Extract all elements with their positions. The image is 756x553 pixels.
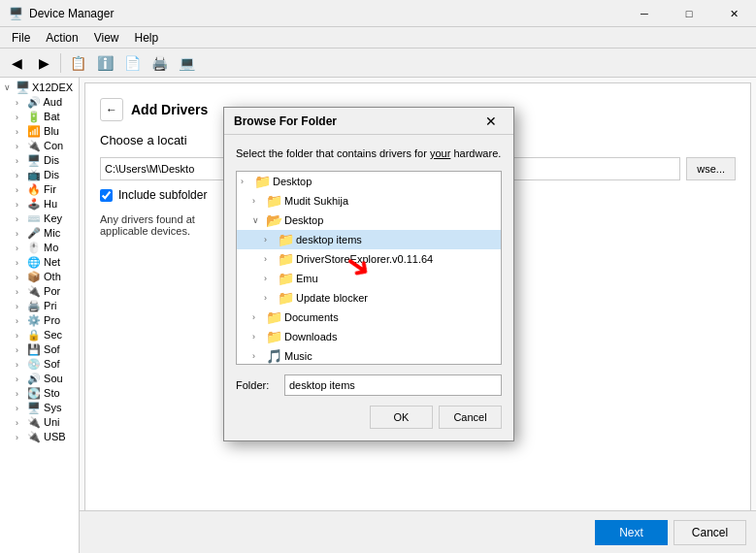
wizard-subfolder-checkbox[interactable] bbox=[100, 189, 113, 202]
tree-root[interactable]: ∨ 🖥️ X12DEX bbox=[0, 80, 79, 95]
tree-item-pri[interactable]: › 🖨️ Pri bbox=[0, 299, 79, 313]
folder-expand-icon: › bbox=[264, 254, 276, 264]
minimize-button[interactable]: ─ bbox=[622, 0, 667, 27]
tree-item-sto[interactable]: › 💽 Sto bbox=[0, 386, 79, 401]
folder-tree[interactable]: › 📁 Desktop › 📁 Mudit Sukhija ∨ 📂 Deskto… bbox=[236, 171, 502, 365]
folder-item-music[interactable]: › 🎵 Music bbox=[237, 346, 501, 365]
dialog-folder-row: Folder: bbox=[236, 374, 502, 396]
folder-icon: 📁 bbox=[254, 174, 271, 189]
tree-item-por[interactable]: › 🔌 Por bbox=[0, 284, 79, 299]
next-button[interactable]: Next bbox=[595, 520, 668, 545]
tree-item-oth[interactable]: › 📦 Oth bbox=[0, 270, 79, 284]
folder-item-driverstore[interactable]: › 📁 DriverStoreExplorer.v0.11.64 bbox=[237, 249, 501, 269]
dialog-cancel-button[interactable]: Cancel bbox=[439, 406, 502, 429]
toolbar-properties[interactable]: 📋 bbox=[65, 51, 90, 75]
dialog-description: Select the folder that contains drivers … bbox=[236, 146, 502, 161]
tree-item-dis1[interactable]: › 🖥️ Dis bbox=[0, 153, 79, 168]
tree-expand-icon: ∨ bbox=[4, 82, 14, 92]
folder-field-input[interactable] bbox=[284, 374, 502, 396]
tree-item-uni[interactable]: › 🔌 Uni bbox=[0, 415, 79, 430]
toolbar-back[interactable]: ◀ bbox=[4, 51, 29, 75]
tree-item-sof2[interactable]: › 💿 Sof bbox=[0, 357, 79, 372]
dialog-close-button[interactable]: ✕ bbox=[478, 111, 504, 132]
folder-expand-icon: › bbox=[241, 177, 252, 186]
folder-label: Desktop bbox=[284, 214, 323, 226]
tree-item-sou[interactable]: › 🔊 Sou bbox=[0, 372, 79, 386]
tree-item-net[interactable]: › 🌐 Net bbox=[0, 255, 79, 270]
tree-item-aud[interactable]: › 🔊 Aud bbox=[0, 95, 79, 110]
folder-icon: 📁 bbox=[278, 232, 294, 247]
tree-item-blu[interactable]: › 📶 Blu bbox=[0, 124, 79, 139]
tree-item-mic[interactable]: › 🎤 Mic bbox=[0, 226, 79, 241]
toolbar-print[interactable]: 🖨️ bbox=[147, 51, 172, 75]
browse-dialog: Browse For Folder ✕ Select the folder th… bbox=[223, 107, 514, 441]
folder-expand-icon: › bbox=[264, 274, 276, 283]
wizard-subfolder-label: Include subfolder bbox=[118, 188, 207, 202]
toolbar: ◀ ▶ 📋 ℹ️ 📄 🖨️ 💻 bbox=[0, 49, 756, 78]
tree-root-label: X12DEX bbox=[32, 81, 73, 93]
tree-item-usb[interactable]: › 🔌 USB bbox=[0, 430, 79, 444]
tree-item-hu[interactable]: › 🕹️ Hu bbox=[0, 197, 79, 211]
menu-view[interactable]: View bbox=[86, 29, 127, 47]
dialog-title-bar: Browse For Folder ✕ bbox=[224, 108, 513, 135]
tree-item-con[interactable]: › 🔌 Con bbox=[0, 139, 79, 153]
folder-expand-icon: › bbox=[252, 332, 264, 342]
dialog-body: Select the folder that contains drivers … bbox=[224, 135, 513, 440]
toolbar-driver[interactable]: 📄 bbox=[119, 51, 145, 75]
toolbar-forward[interactable]: ▶ bbox=[31, 51, 56, 75]
tree-item-key[interactable]: › ⌨️ Key bbox=[0, 211, 79, 226]
computer-icon: 🖥️ bbox=[16, 81, 30, 94]
folder-icon: 📁 bbox=[278, 271, 294, 286]
menu-file[interactable]: File bbox=[4, 29, 38, 47]
folder-item-desktop-child[interactable]: ∨ 📂 Desktop bbox=[237, 211, 501, 230]
toolbar-info[interactable]: ℹ️ bbox=[92, 51, 117, 75]
tree-item-pro[interactable]: › ⚙️ Pro bbox=[0, 313, 79, 328]
folder-item-emu[interactable]: › 📁 Emu bbox=[237, 269, 501, 288]
folder-item-documents[interactable]: › 📁 Documents bbox=[237, 308, 501, 327]
folder-icon: 📁 bbox=[278, 251, 294, 267]
folder-label: Mudit Sukhija bbox=[284, 195, 348, 207]
menu-help[interactable]: Help bbox=[127, 29, 167, 47]
device-tree: ∨ 🖥️ X12DEX › 🔊 Aud › 🔋 Bat › 📶 Blu › 🔌 … bbox=[0, 78, 80, 553]
folder-item-mudit[interactable]: › 📁 Mudit Sukhija bbox=[237, 191, 501, 211]
folder-icon: 📁 bbox=[278, 290, 294, 306]
maximize-button[interactable]: □ bbox=[667, 0, 711, 27]
menu-bar: File Action View Help bbox=[0, 27, 756, 49]
folder-label: Desktop bbox=[273, 176, 312, 187]
toolbar-device[interactable]: 💻 bbox=[174, 51, 199, 75]
dialog-ok-button[interactable]: OK bbox=[370, 406, 433, 429]
folder-label: Music bbox=[284, 350, 312, 362]
wizard-back-button[interactable]: ← bbox=[100, 98, 123, 121]
app-icon: 🖥️ bbox=[8, 6, 23, 21]
close-button[interactable]: ✕ bbox=[711, 0, 756, 27]
tree-item-fir[interactable]: › 🔥 Fir bbox=[0, 182, 79, 197]
folder-icon: 🎵 bbox=[266, 348, 282, 364]
folder-item-desktop-items[interactable]: › 📁 desktop items bbox=[237, 230, 501, 249]
folder-field-label: Folder: bbox=[236, 379, 277, 391]
title-bar: 🖥️ Device Manager ─ □ ✕ bbox=[0, 0, 756, 27]
bottom-bar: Next Cancel bbox=[80, 510, 756, 553]
tree-item-dis2[interactable]: › 📺 Dis bbox=[0, 168, 79, 182]
cancel-button[interactable]: Cancel bbox=[674, 520, 746, 545]
folder-label: Update blocker bbox=[296, 292, 368, 304]
menu-action[interactable]: Action bbox=[38, 29, 85, 47]
tree-item-sys[interactable]: › 🖥️ Sys bbox=[0, 401, 79, 415]
folder-open-icon: 📂 bbox=[266, 212, 282, 228]
folder-expand-icon: › bbox=[264, 293, 276, 303]
folder-label: Downloads bbox=[284, 331, 337, 342]
tree-item-sof1[interactable]: › 💾 Sof bbox=[0, 342, 79, 357]
folder-item-desktop-root[interactable]: › 📁 Desktop bbox=[237, 172, 501, 191]
folder-icon: 📁 bbox=[266, 309, 282, 325]
folder-item-updateblocker[interactable]: › 📁 Update blocker bbox=[237, 288, 501, 308]
folder-item-downloads[interactable]: › 📁 Downloads bbox=[237, 327, 501, 346]
tree-item-sec[interactable]: › 🔒 Sec bbox=[0, 328, 79, 342]
tree-item-mo[interactable]: › 🖱️ Mo bbox=[0, 241, 79, 255]
toolbar-separator bbox=[60, 53, 61, 73]
folder-expand-icon: › bbox=[252, 312, 264, 322]
folder-expand-icon: › bbox=[252, 196, 264, 206]
folder-label: DriverStoreExplorer.v0.11.64 bbox=[296, 253, 433, 265]
tree-item-bat[interactable]: › 🔋 Bat bbox=[0, 110, 79, 124]
folder-icon: 📁 bbox=[266, 329, 282, 344]
folder-expand-icon: › bbox=[264, 235, 276, 244]
wizard-browse-button[interactable]: wse... bbox=[686, 157, 736, 180]
